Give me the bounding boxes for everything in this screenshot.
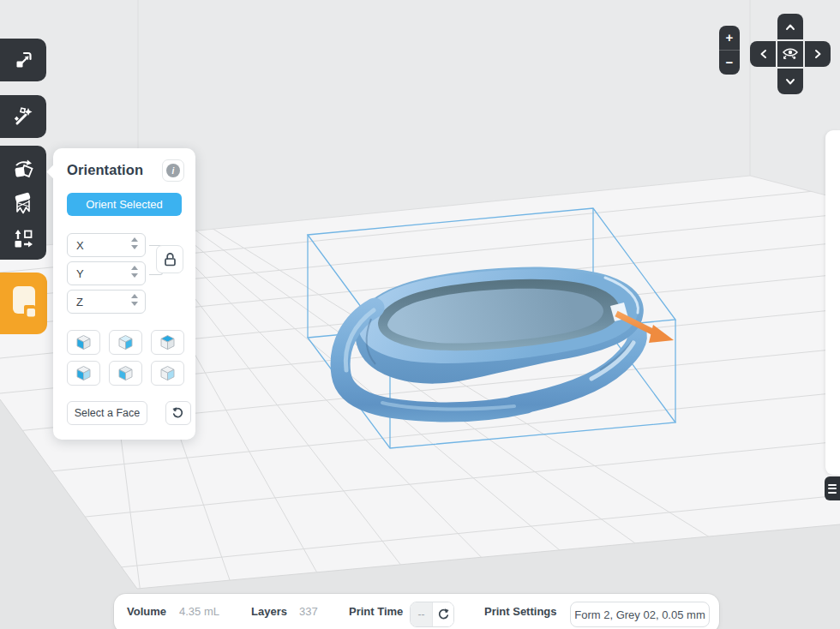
- pan-right-button[interactable]: [805, 41, 831, 67]
- axis-x-label: X: [76, 239, 84, 252]
- orient-face-button-3[interactable]: [151, 330, 184, 355]
- printer-icon: [11, 285, 37, 322]
- panel-title: Orientation: [67, 162, 143, 178]
- scale-tool-icon: [12, 49, 34, 71]
- rotate-tool-button[interactable]: [11, 157, 35, 181]
- axis-y-stepper[interactable]: [131, 266, 138, 278]
- axis-z-field[interactable]: Z: [67, 290, 146, 314]
- volume-label: Volume: [127, 594, 166, 629]
- list-icon: [828, 484, 837, 486]
- chevron-down-icon: [785, 78, 795, 86]
- cube-face-bottom-icon: [159, 364, 177, 382]
- print-time-value: --: [411, 602, 433, 626]
- zoom-control: + −: [719, 26, 740, 75]
- cube-face-left-bottom-icon: [75, 364, 93, 382]
- supports-tool-icon: [11, 192, 35, 216]
- unlocked-padlock-icon: [163, 252, 177, 267]
- orient-face-button-4[interactable]: [67, 361, 100, 386]
- pan-up-button[interactable]: [777, 14, 803, 39]
- info-button[interactable]: i: [162, 159, 184, 182]
- orient-face-button-2[interactable]: [109, 330, 142, 355]
- layers-value: 337: [299, 594, 318, 629]
- axis-z-label: Z: [76, 296, 83, 309]
- model-list-button[interactable]: [825, 476, 840, 500]
- xy-lock-button[interactable]: [156, 245, 183, 273]
- print-time-widget: --: [410, 602, 454, 627]
- axis-y-label: Y: [76, 267, 84, 280]
- view-orbit-button[interactable]: [777, 41, 803, 67]
- orient-face-button-5[interactable]: [109, 361, 142, 386]
- reset-icon: [171, 406, 185, 420]
- magic-wand-tool-button[interactable]: [0, 95, 46, 138]
- layout-tool-icon: [12, 227, 34, 249]
- reset-orientation-button[interactable]: [165, 401, 191, 425]
- axis-y-field[interactable]: Y: [67, 261, 146, 285]
- preform-window: Orientation i Orient Selected X Y Z: [0, 0, 840, 629]
- orient-selected-button[interactable]: Orient Selected: [67, 193, 182, 216]
- refresh-icon: [436, 608, 450, 621]
- chevron-right-icon: [814, 49, 822, 59]
- refresh-print-time-button[interactable]: [433, 602, 453, 626]
- edit-tools-group: [0, 146, 46, 260]
- layout-tool-button[interactable]: [12, 227, 34, 249]
- chevron-left-icon: [759, 49, 767, 59]
- cube-face-top-icon: [159, 333, 177, 351]
- collapsed-side-panel[interactable]: [825, 130, 840, 475]
- cube-face-right-icon: [117, 333, 135, 351]
- status-bar: Volume 4.35 mL Layers 337 Print Time -- …: [114, 594, 719, 629]
- supports-tool-button[interactable]: [11, 192, 35, 216]
- select-a-face-button[interactable]: Select a Face: [67, 401, 147, 425]
- info-icon: i: [166, 164, 180, 177]
- scale-tool-button[interactable]: [0, 39, 46, 81]
- magic-wand-icon: [12, 105, 34, 128]
- printer-button[interactable]: [0, 273, 47, 334]
- print-settings-label: Print Settings: [484, 594, 557, 629]
- cube-face-front-icon: [117, 364, 135, 382]
- print-settings-button[interactable]: Form 2, Grey 02, 0.05 mm: [570, 602, 710, 627]
- pan-left-button[interactable]: [750, 41, 776, 67]
- orient-face-button-6[interactable]: [151, 361, 184, 386]
- zoom-out-button[interactable]: −: [719, 51, 740, 75]
- orient-face-button-1[interactable]: [67, 330, 100, 355]
- axis-z-stepper[interactable]: [131, 294, 138, 306]
- eye-orbit-icon: [781, 45, 800, 63]
- pan-down-button[interactable]: [777, 69, 803, 94]
- axis-x-field[interactable]: X: [67, 233, 146, 257]
- print-time-label: Print Time: [349, 594, 403, 629]
- rotate-tool-icon: [11, 157, 35, 181]
- axis-x-stepper[interactable]: [131, 237, 138, 249]
- chevron-up-icon: [785, 23, 795, 31]
- cube-face-left-icon: [75, 333, 93, 351]
- zoom-in-button[interactable]: +: [719, 26, 740, 51]
- volume-value: 4.35 mL: [179, 594, 219, 629]
- layers-label: Layers: [251, 594, 287, 629]
- orientation-panel: Orientation i Orient Selected X Y Z: [53, 148, 195, 440]
